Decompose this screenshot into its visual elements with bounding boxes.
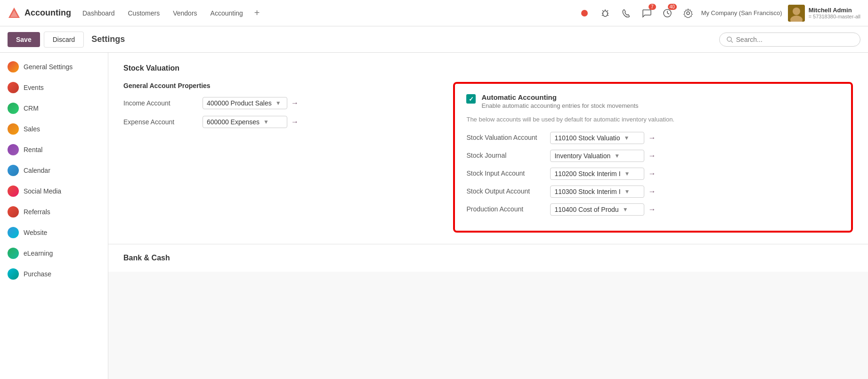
settings-content: General Account Properties Income Accoun… <box>123 82 853 233</box>
search-bar[interactable] <box>719 32 860 47</box>
clock-icon[interactable]: 40 <box>660 6 675 21</box>
sidebar-item-sales[interactable]: Sales <box>0 119 108 139</box>
sidebar-item-purchase[interactable]: Purchase <box>0 264 108 284</box>
auto-link-3[interactable]: → <box>648 187 656 196</box>
sales-icon <box>8 123 19 135</box>
red-dot-icon[interactable] <box>577 6 592 21</box>
search-icon <box>726 36 733 43</box>
svg-line-5 <box>602 10 603 11</box>
income-account-link[interactable]: → <box>291 99 299 107</box>
company-info[interactable]: My Company (San Francisco) <box>701 9 782 16</box>
calendar-icon <box>8 165 19 176</box>
sidebar-item-crm[interactable]: CRM <box>0 98 108 119</box>
user-name: Mitchell Admin <box>809 7 860 14</box>
svg-line-6 <box>607 10 608 11</box>
auto-label-2: Stock Input Account <box>466 169 546 178</box>
expense-dropdown-arrow: ▼ <box>263 119 269 125</box>
settings-icon[interactable] <box>681 6 696 21</box>
expense-account-value: 600000 Expenses ▼ → <box>203 116 299 128</box>
nav-dashboard[interactable]: Dashboard <box>77 7 121 20</box>
bug-icon[interactable] <box>598 6 613 21</box>
chat-icon[interactable]: 7 <box>639 6 654 21</box>
auto-accounting-checkbox[interactable] <box>466 94 476 104</box>
income-account-text: 400000 Product Sales <box>207 99 272 107</box>
general-account-title: General Account Properties <box>123 82 434 89</box>
content-area: Stock Valuation General Account Properti… <box>108 53 868 379</box>
sidebar-item-referrals[interactable]: Referrals <box>0 202 108 222</box>
auto-dropdown-2[interactable]: 110200 Stock Interim I▼ <box>550 168 644 180</box>
sidebar-label-referrals: Referrals <box>24 208 50 216</box>
svg-line-18 <box>731 40 733 42</box>
discard-button[interactable]: Discard <box>44 32 84 48</box>
auto-label-4: Production Account <box>466 205 546 214</box>
action-bar: Save Discard Settings <box>0 26 868 53</box>
sidebar-item-elearning[interactable]: eLearning <box>0 243 108 264</box>
auto-dropdown-0[interactable]: 110100 Stock Valuatio▼ <box>550 132 644 144</box>
auto-link-0[interactable]: → <box>648 134 656 142</box>
auto-dropdown-4[interactable]: 110400 Cost of Produ▼ <box>550 203 644 216</box>
sidebar-item-calendar[interactable]: Calendar <box>0 160 108 181</box>
nav-add-button[interactable]: + <box>251 6 264 20</box>
svg-point-2 <box>581 10 588 16</box>
save-button[interactable]: Save <box>8 32 40 47</box>
expense-account-row: Expense Account 600000 Expenses ▼ → <box>123 116 434 128</box>
sidebar-label-website: Website <box>24 229 47 236</box>
sidebar-label-purchase: Purchase <box>24 270 51 278</box>
sidebar-item-events[interactable]: Events <box>0 77 108 98</box>
auto-dropdown-3[interactable]: 110300 Stock Interim I▼ <box>550 185 644 198</box>
events-icon <box>8 82 19 93</box>
nav-icons: 7 40 <box>577 6 696 21</box>
auto-dropdown-arrow-2: ▼ <box>625 170 630 177</box>
auto-link-1[interactable]: → <box>648 152 656 160</box>
sidebar-item-website[interactable]: Website <box>0 222 108 243</box>
sidebar-item-general-settings[interactable]: General Settings <box>0 56 108 77</box>
auto-accounting-desc: The below accounts will be used by defau… <box>466 115 840 124</box>
auto-value-text-1: Inventory Valuation <box>554 152 610 160</box>
nav-vendors[interactable]: Vendors <box>167 7 203 20</box>
sidebar-label-crm: CRM <box>24 105 39 112</box>
clock-badge: 40 <box>668 4 677 10</box>
auto-row-0: Stock Valuation Account110100 Stock Valu… <box>466 132 840 144</box>
auto-label-3: Stock Output Account <box>466 187 546 196</box>
user-avatar <box>788 5 805 22</box>
user-info: Mitchell Admin = 57318380-master-all <box>809 7 860 19</box>
auto-value-text-0: 110100 Stock Valuatio <box>554 134 620 142</box>
expense-account-label: Expense Account <box>123 118 199 126</box>
social-media-icon <box>8 185 19 197</box>
svg-point-15 <box>793 8 800 15</box>
income-account-value: 400000 Product Sales ▼ → <box>203 97 299 109</box>
nav-customers[interactable]: Customers <box>122 7 166 20</box>
sidebar-item-rental[interactable]: Rental <box>0 139 108 160</box>
auto-row-2: Stock Input Account110200 Stock Interim … <box>466 168 840 180</box>
expense-account-dropdown[interactable]: 600000 Expenses ▼ <box>203 116 287 128</box>
rental-icon <box>8 144 19 155</box>
phone-icon[interactable] <box>618 6 633 21</box>
sidebar-label-rental: Rental <box>24 146 42 153</box>
auto-dropdown-1[interactable]: Inventory Valuation▼ <box>550 150 644 162</box>
auto-label-0: Stock Valuation Account <box>466 133 546 143</box>
svg-line-13 <box>667 13 669 14</box>
nav-accounting[interactable]: Accounting <box>205 7 249 20</box>
auto-link-2[interactable]: → <box>648 169 656 178</box>
crm-icon <box>8 103 19 114</box>
website-icon <box>8 227 19 238</box>
auto-accounting-header: Automatic Accounting Enable automatic ac… <box>466 93 840 109</box>
sidebar-item-social-media[interactable]: Social Media <box>0 181 108 202</box>
income-account-dropdown[interactable]: 400000 Product Sales ▼ <box>203 97 287 109</box>
bank-cash-title: Bank & Cash <box>123 254 853 262</box>
app-name: Accounting <box>24 8 71 18</box>
auto-link-4[interactable]: → <box>648 205 656 214</box>
user-sub: = 57318380-master-all <box>809 14 860 19</box>
auto-value-text-2: 110200 Stock Interim I <box>554 170 620 177</box>
stock-valuation-section: Stock Valuation General Account Properti… <box>108 53 868 244</box>
expense-account-link[interactable]: → <box>291 118 299 126</box>
svg-line-9 <box>602 15 603 16</box>
search-input[interactable] <box>736 36 853 43</box>
search-bar-wrap <box>719 32 860 47</box>
purchase-icon <box>8 268 19 280</box>
auto-row-4: Production Account110400 Cost of Produ▼→ <box>466 203 840 216</box>
auto-value-wrap-2: 110200 Stock Interim I▼→ <box>550 168 656 180</box>
income-dropdown-arrow: ▼ <box>276 100 281 106</box>
app-logo[interactable]: Accounting <box>8 7 71 20</box>
auto-dropdown-arrow-4: ▼ <box>623 206 628 213</box>
